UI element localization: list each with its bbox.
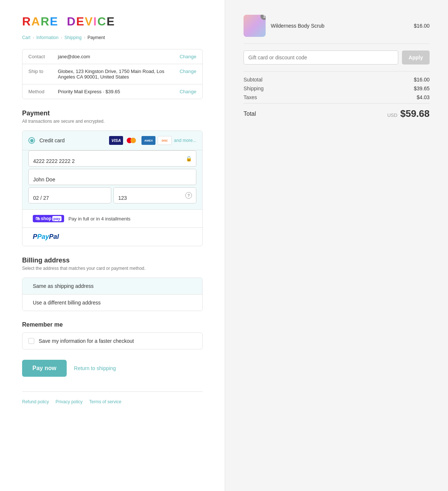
apply-discount-button[interactable]: Apply	[402, 51, 430, 65]
payment-subtitle: All transactions are secure and encrypte…	[22, 119, 203, 124]
grand-total-label: Total	[244, 111, 256, 117]
breadcrumb-cart[interactable]: Cart	[22, 35, 31, 40]
paypal-pal: Pal	[49, 233, 59, 241]
info-summary-box: Contact jane@doe.com Change Ship to Glob…	[22, 49, 203, 99]
contact-row: Contact jane@doe.com Change	[22, 49, 202, 64]
refund-policy-link[interactable]: Refund policy	[22, 399, 49, 404]
breadcrumb: Cart › Information › Shipping › Payment	[22, 35, 203, 40]
and-more-label: and more...	[174, 138, 196, 143]
credit-card-label: Credit card	[39, 137, 105, 143]
store-logo: RARE DEVICE	[22, 15, 203, 28]
shipping-value: $39.65	[414, 86, 430, 91]
method-label: Method	[28, 89, 58, 94]
security-wrapper: Security code ?	[113, 187, 196, 203]
billing-different-option[interactable]: Use a different billing address	[22, 294, 202, 311]
expiry-input[interactable]	[28, 187, 111, 203]
credit-card-option[interactable]: Credit card VISA AMEX DISC and more...	[22, 131, 202, 150]
total-currency: USD	[387, 112, 397, 118]
billing-subtitle: Select the address that matches your car…	[22, 266, 203, 271]
name-on-card-group: Name on card	[28, 169, 196, 185]
return-to-shipping-link[interactable]: Return to shipping	[74, 365, 116, 371]
visa-icon: VISA	[109, 136, 123, 145]
breadcrumb-payment: Payment	[87, 35, 105, 40]
amex-icon: AMEX	[141, 136, 155, 145]
remember-checkbox[interactable]	[28, 338, 34, 344]
order-summary-panel: 1 Wilderness Body Scrub $16.00 Apply Sub…	[225, 0, 448, 491]
billing-title: Billing address	[22, 257, 203, 264]
billing-different-label: Use a different billing address	[33, 300, 101, 306]
expiry-wrapper: Expiration date (MM / YY)	[28, 187, 111, 203]
contact-label: Contact	[28, 54, 58, 59]
security-code-input[interactable]	[113, 187, 196, 203]
shoppay-text: Pay in full or in 4 installments	[69, 216, 130, 222]
taxes-label: Taxes	[244, 94, 257, 100]
remember-label: Save my information for a faster checkou…	[39, 338, 134, 344]
security-help-icon[interactable]: ?	[185, 192, 192, 199]
paypal-p2: Pay	[37, 233, 49, 241]
product-price: $16.00	[414, 23, 430, 29]
billing-options-box: Same as shipping address Use a different…	[22, 278, 203, 311]
method-value: Priority Mail Express · $39.65	[58, 89, 179, 94]
contact-value: jane@doe.com	[58, 54, 179, 59]
subtotal-label: Subtotal	[244, 77, 262, 83]
credit-card-radio[interactable]	[28, 137, 35, 144]
name-on-card-wrapper: Name on card	[28, 169, 196, 185]
subtotal-value: $16.00	[414, 77, 430, 83]
breadcrumb-sep2: ›	[61, 35, 62, 40]
product-row: 1 Wilderness Body Scrub $16.00	[244, 15, 430, 44]
mastercard-icon	[125, 136, 139, 145]
shipto-label: Ship to	[28, 69, 58, 74]
shipping-row: Shipping $39.65	[244, 86, 430, 91]
footer-links: Refund policy Privacy policy Terms of se…	[22, 391, 203, 404]
product-image: 1	[244, 15, 266, 37]
shop-icon: 🛍	[35, 216, 40, 221]
discount-code-input[interactable]	[244, 51, 398, 65]
taxes-row: Taxes $4.03	[244, 94, 430, 100]
expiry-security-row: Expiration date (MM / YY) Security code …	[28, 187, 196, 203]
card-number-input[interactable]	[28, 150, 196, 167]
shoppay-badge: 🛍 shoppay	[33, 215, 64, 222]
payment-options-box: Credit card VISA AMEX DISC and more...	[22, 130, 203, 246]
grand-total-row: Total USD $59.68	[244, 103, 430, 119]
paypal-logo: PPayPal	[33, 233, 59, 241]
billing-same-option[interactable]: Same as shipping address	[22, 278, 202, 294]
payment-title: Payment	[22, 109, 203, 117]
paypal-p1: P	[33, 233, 37, 241]
totals-section: Subtotal $16.00 Shipping $39.65 Taxes $4…	[244, 71, 430, 119]
method-row: Method Priority Mail Express · $39.65 Ch…	[22, 84, 202, 99]
billing-same-label: Same as shipping address	[33, 283, 94, 289]
card-number-wrapper: Card number 🔒	[28, 150, 196, 167]
shoppay-option[interactable]: 🛍 shoppay Pay in full or in 4 installmen…	[22, 209, 202, 227]
shipto-row: Ship to Globex, 123 Kingston Drive, 1750…	[22, 64, 202, 84]
breadcrumb-sep3: ›	[84, 35, 85, 40]
method-change-link[interactable]: Change	[179, 89, 196, 94]
breadcrumb-information[interactable]: Information	[36, 35, 59, 40]
paypal-option[interactable]: PPayPal	[22, 227, 202, 246]
card-number-group: Card number 🔒	[28, 150, 196, 167]
product-name: Wilderness Body Scrub	[271, 23, 409, 29]
shipto-value: Globex, 123 Kingston Drive, 1750 Main Ro…	[58, 69, 179, 80]
action-buttons: Pay now Return to shipping	[22, 360, 203, 377]
grand-total-amount: USD $59.68	[387, 108, 430, 119]
name-on-card-input[interactable]	[28, 169, 196, 185]
discover-icon: DISC	[158, 136, 172, 145]
taxes-value: $4.03	[417, 94, 430, 100]
remember-box[interactable]: Save my information for a faster checkou…	[22, 332, 203, 349]
shoppay-badge-text: shoppay	[41, 216, 62, 221]
shipto-change-link[interactable]: Change	[179, 69, 196, 74]
discount-row: Apply	[244, 51, 430, 65]
breadcrumb-shipping[interactable]: Shipping	[64, 35, 82, 40]
subtotal-row: Subtotal $16.00	[244, 77, 430, 83]
breadcrumb-sep1: ›	[33, 35, 34, 40]
remember-title: Remember me	[22, 321, 203, 328]
total-value: $59.68	[400, 108, 430, 119]
privacy-policy-link[interactable]: Privacy policy	[56, 399, 83, 404]
terms-link[interactable]: Terms of service	[89, 399, 121, 404]
pay-now-button[interactable]: Pay now	[22, 360, 67, 377]
contact-change-link[interactable]: Change	[179, 54, 196, 59]
shipping-label: Shipping	[244, 86, 264, 91]
card-logos: VISA AMEX DISC and more...	[109, 136, 196, 145]
lock-icon: 🔒	[186, 156, 192, 161]
card-fields-container: Card number 🔒 Name on card Expiration d	[22, 150, 202, 209]
